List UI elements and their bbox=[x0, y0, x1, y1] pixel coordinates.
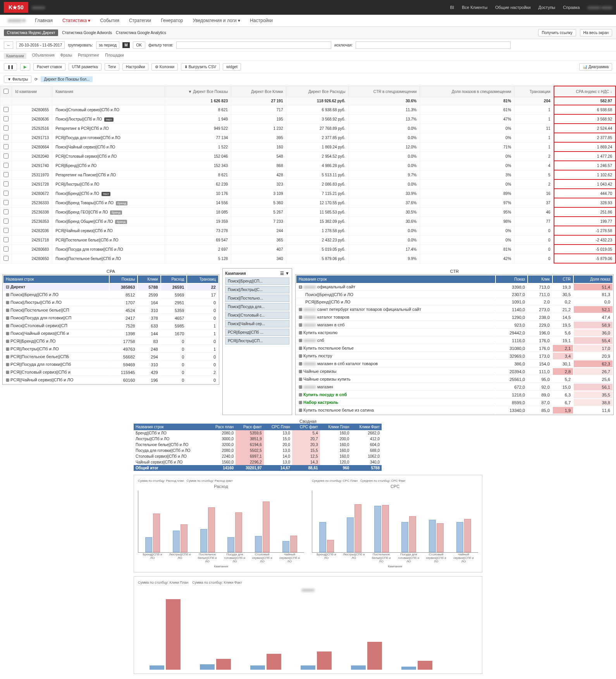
tags-button[interactable]: Теги bbox=[105, 63, 119, 71]
col-spend[interactable]: Директ Все Расходы bbox=[286, 86, 349, 97]
ctr-row[interactable]: ⊟xxxxxx официальный сайт3398,0713,019,35… bbox=[296, 284, 613, 291]
filters-button[interactable]: ▼ Фильтры bbox=[4, 76, 31, 83]
col-shows[interactable]: ▼ Директ Все Показы bbox=[165, 86, 231, 97]
settings-button[interactable]: Настройки bbox=[122, 63, 148, 71]
table-row[interactable]: 25311970 Ретаргетинг на Поиске||СПб и ЛО… bbox=[0, 170, 616, 179]
col-cpa[interactable]: CPA яндекс с НДС ↓ bbox=[554, 86, 616, 97]
tab-adwords[interactable]: Статистика Google Adwords bbox=[62, 31, 112, 35]
cpa-row[interactable]: ⊞Поиск||Посуда для готовки||СП2417378465… bbox=[3, 315, 218, 322]
campaign-filter-item[interactable]: Поиск||Постельно... bbox=[225, 295, 289, 302]
campaign-filter-item[interactable]: Поиск||Посуда для... bbox=[225, 303, 289, 310]
ctr-row[interactable]: ⊞xxxxxx спб1116,0176,019,155,4 bbox=[296, 337, 613, 344]
nav-settings[interactable]: Настройки bbox=[250, 18, 273, 23]
ok-button[interactable]: OK bbox=[133, 41, 145, 49]
ctr-row[interactable]: ⊞Купить посуду в спб1218,089,06,335,5 bbox=[296, 391, 613, 398]
columns-button[interactable]: ⚙ Колонки bbox=[151, 63, 178, 71]
nav-notifications[interactable]: Уведомления и логи ▾ bbox=[193, 18, 241, 23]
ctr-row[interactable]: ⊞xxxxxx каталог товаров1290,0238,014,547… bbox=[296, 314, 613, 321]
cpa-row[interactable]: ⊞РСЯ||Бренд||СПб и ЛО177588300 bbox=[3, 338, 218, 345]
cpa-row[interactable]: ⊞Поиск||Столовый сервиз||СП752863359851 bbox=[3, 322, 218, 329]
table-row[interactable]: 24291740 РСЯ||Бренд||СПб и ЛО 152 343 86… bbox=[0, 161, 616, 170]
tab-retargeting[interactable]: Ретаргетинг bbox=[78, 53, 99, 59]
tag-filter-input[interactable] bbox=[176, 41, 331, 49]
cpa-row[interactable]: ⊞РСЯ||Постельное белье||СПБ5668229400 bbox=[3, 353, 218, 360]
nav-generator[interactable]: Генератор bbox=[161, 18, 183, 23]
table-row[interactable]: 24280683 Поиск||Посуда для готовки||СПб … bbox=[0, 245, 616, 254]
ctr-row[interactable]: Поиск||Бренд||СПб и ЛО2307,0711,030,581,… bbox=[296, 291, 613, 298]
menu-bi[interactable]: BI bbox=[450, 5, 454, 10]
tab-campaigns[interactable]: Кампании bbox=[4, 53, 26, 59]
col-clicks[interactable]: Директ Все Клики bbox=[231, 86, 286, 97]
refresh-icon[interactable]: ⟳ bbox=[34, 77, 38, 81]
table-row[interactable]: 24291718 РСЯ||Постельное белье||СПб и ЛО… bbox=[0, 235, 616, 245]
campaign-filter-item[interactable]: Поиск||Чайный сер... bbox=[225, 320, 289, 327]
pause-button[interactable]: ❚❚ bbox=[4, 63, 17, 71]
table-row[interactable]: 24291713 РСЯ||Посуда для готовки||СПб и … bbox=[0, 133, 616, 142]
ctr-row[interactable]: ⊞xxxxxx магазин в спб каталог товаров386… bbox=[296, 360, 613, 367]
get-link-button[interactable]: Получить ссылку bbox=[538, 29, 576, 36]
campaign-filter-item[interactable]: Поиск||Люстры||С... bbox=[225, 286, 289, 293]
nav-events[interactable]: События bbox=[100, 18, 119, 23]
funnel-icon[interactable]: ☰ ▼ bbox=[280, 271, 289, 276]
table-row[interactable]: 24280672 Поиск||Бренд||СПб и ЛО тест 10 … bbox=[0, 189, 616, 198]
cpa-row[interactable]: ⊞РСЯ||Столовый сервиз||СПб и11594542902 bbox=[3, 369, 218, 376]
ctr-row[interactable]: ⊞Купить кастрюлю29442,0196,05,636,0 bbox=[296, 329, 613, 336]
ctr-row[interactable]: ⊞Чайные сервизы20394,0111,02,826,7 bbox=[296, 368, 613, 375]
user-menu[interactable]: xxxxxx xxxxx bbox=[587, 5, 612, 10]
table-row[interactable]: 24280636 Поиск||Люстры||СПб и ЛО тест 1 … bbox=[0, 114, 616, 124]
play-button[interactable]: ▶ bbox=[20, 63, 30, 71]
exclude-input[interactable] bbox=[356, 41, 511, 49]
col-id[interactable]: Id кампании bbox=[12, 86, 52, 97]
tab-phrases[interactable]: Фразы bbox=[60, 53, 72, 59]
table-row[interactable]: 24282040 РСЯ||Столовый сервиз||СПб и ЛО … bbox=[0, 152, 616, 161]
utm-button[interactable]: UTM разметка bbox=[69, 63, 102, 71]
prev-button[interactable]: ← bbox=[4, 41, 13, 49]
group-select[interactable]: за период bbox=[96, 41, 119, 49]
table-row[interactable]: 25292516 Ретаргетинг в РСЯ||СПб и ЛО 949… bbox=[0, 124, 616, 133]
table-row[interactable]: 25236353 Поиск||Бренд Общие||СПб и ЛО бр… bbox=[0, 217, 616, 226]
ctr-row[interactable]: РСЯ||Бренд||СПб и ЛО1091,02,00,20,0 bbox=[296, 299, 613, 305]
table-row[interactable]: 25236338 Поиск||Бренд ГЕО||СПб и ЛО брен… bbox=[0, 207, 616, 217]
tab-yandex[interactable]: Статистика Яндекс.Директ bbox=[4, 29, 58, 36]
nav-stats[interactable]: Статистика ▾ bbox=[62, 18, 90, 23]
campaign-filter-item[interactable]: Поиск||Бренд||СП... bbox=[225, 277, 289, 285]
cpa-row[interactable]: ⊞РСЯ||Посуда для готовки||СПб5946931000 bbox=[3, 361, 218, 368]
tab-ads[interactable]: Объявления bbox=[32, 53, 55, 59]
ctr-row[interactable]: ⊞xxxxxx магазин672,092,015,056,1 bbox=[296, 384, 613, 391]
widget-button[interactable]: widget bbox=[223, 63, 241, 71]
menu-settings[interactable]: Общие настройки bbox=[495, 5, 530, 10]
ctr-row[interactable]: ⊞xxxxxx магазин в спб923,0229,019,558,9 bbox=[296, 322, 613, 329]
filter-chip[interactable]: Директ Все Показы бол... bbox=[41, 76, 93, 82]
cpa-row[interactable]: ⊞РСЯ||Люстры||СПб и ЛО4976324801 bbox=[3, 346, 218, 353]
cpa-row[interactable]: ⊞Поиск||Постельное белье||СП452431053590 bbox=[3, 307, 218, 314]
table-row[interactable]: 24280650 Поиск||Постельное белье||СПб и … bbox=[0, 254, 616, 263]
ctr-row[interactable]: ⊞Купить постельное белье из сатина13340,… bbox=[296, 407, 613, 414]
menu-access[interactable]: Доступы bbox=[539, 5, 556, 10]
fullscreen-button[interactable]: На весь экран bbox=[580, 29, 612, 36]
table-row[interactable]: 25236333 Поиск||Бренд Товары||СПб и ЛО б… bbox=[0, 198, 616, 207]
calc-button[interactable]: Расчет ставок bbox=[33, 63, 65, 71]
table-row[interactable]: 24291728 РСЯ||Люстры||СПб и ЛО 62 239 32… bbox=[0, 179, 616, 189]
campaign-filter-item[interactable]: Поиск||Столовый с... bbox=[225, 312, 289, 319]
table-row[interactable]: 24280655 Поиск||Столовый сервиз||СПб и Л… bbox=[0, 105, 616, 114]
cpa-row[interactable]: ⊞Поиск||Люстры||СПб и ЛО170716429510 bbox=[3, 299, 218, 306]
cpa-row[interactable]: ⊞Поиск||Бренд||СПб и ЛО85122599596917 bbox=[3, 291, 218, 298]
col-trans[interactable]: Транзакции bbox=[514, 86, 554, 97]
menu-help[interactable]: Справка bbox=[563, 5, 580, 10]
nav-main[interactable]: Главная bbox=[35, 18, 53, 23]
campaign-filter-item[interactable]: РСЯ||Бренд||СПб ... bbox=[225, 329, 289, 336]
header-checkbox[interactable] bbox=[0, 86, 12, 97]
campaign-filter-item[interactable]: РСЯ||Люстры||СП... bbox=[225, 337, 289, 345]
cpa-row[interactable]: ⊟Директ38586357882659122 bbox=[3, 284, 218, 291]
table-row[interactable]: 24282036 РСЯ||Чайный сервиз||СПб и ЛО 73… bbox=[0, 226, 616, 235]
cpa-row[interactable]: ⊞Поиск||Чайный сервиз||СПб и139814416701 bbox=[3, 330, 218, 337]
ctr-row[interactable]: ⊞Чайные сервизы купить25561,095,05,225,6 bbox=[296, 376, 613, 383]
col-ctr[interactable]: CTR в спецразмещении bbox=[349, 86, 420, 97]
date-range[interactable]: 20-10-2016 - 11-05-2017 bbox=[16, 41, 65, 49]
nav-strategies[interactable]: Стратегии bbox=[129, 18, 151, 23]
ctr-row[interactable]: ⊞Набор кастрюль8599,087,06,738,8 bbox=[296, 399, 613, 406]
col-campaign[interactable]: Кампания bbox=[52, 86, 165, 97]
menu-clients[interactable]: Все Клиенты bbox=[462, 5, 487, 10]
table-row[interactable]: 24280664 Поиск||Чайный сервиз||СПб и ЛО … bbox=[0, 142, 616, 152]
tab-analytics[interactable]: Статистика Google Analytics bbox=[116, 31, 166, 35]
